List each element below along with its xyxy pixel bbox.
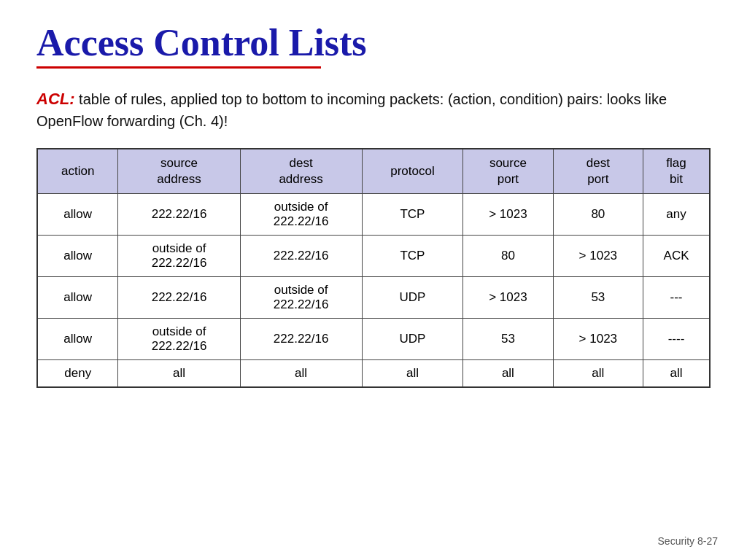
cell-protocol: TCP: [362, 236, 463, 277]
cell-action: allow: [37, 194, 118, 236]
acl-label: ACL:: [36, 90, 75, 108]
table-row: allow outside of222.22/16 222.22/16 UDP …: [37, 319, 710, 360]
page-container: Access Control Lists ACL: table of rules…: [0, 0, 747, 560]
cell-dest-address: outside of222.22/16: [240, 277, 362, 319]
description: ACL: table of rules, applied top to bott…: [36, 88, 711, 132]
cell-protocol: TCP: [362, 194, 463, 236]
cell-source-port: 80: [463, 236, 553, 277]
cell-flag-bit: all: [643, 360, 710, 388]
header-row: action sourceaddress destaddress protoco…: [37, 149, 710, 194]
col-header-dest-address: destaddress: [240, 149, 362, 194]
cell-source-address: outside of222.22/16: [118, 319, 240, 360]
cell-source-port: all: [463, 360, 553, 388]
col-header-flag-bit: flagbit: [643, 149, 710, 194]
cell-dest-address: all: [240, 360, 362, 388]
footer: Security 8-27: [658, 535, 718, 547]
cell-flag-bit: ---: [643, 277, 710, 319]
cell-dest-port: > 1023: [553, 236, 643, 277]
table-row: allow 222.22/16 outside of222.22/16 TCP …: [37, 194, 710, 236]
col-header-dest-port: destport: [553, 149, 643, 194]
cell-source-address: outside of222.22/16: [118, 236, 240, 277]
col-header-source-port: sourceport: [463, 149, 553, 194]
col-header-source-address: sourceaddress: [118, 149, 240, 194]
cell-dest-port: > 1023: [553, 319, 643, 360]
cell-action: deny: [37, 360, 118, 388]
cell-dest-address: 222.22/16: [240, 236, 362, 277]
cell-source-address: 222.22/16: [118, 194, 240, 236]
cell-dest-port: 53: [553, 277, 643, 319]
cell-source-port: 53: [463, 319, 553, 360]
col-header-action: action: [37, 149, 118, 194]
cell-source-port: > 1023: [463, 194, 553, 236]
title-section: Access Control Lists: [36, 22, 711, 82]
table-body: allow 222.22/16 outside of222.22/16 TCP …: [37, 194, 710, 388]
table-row: deny all all all all all all: [37, 360, 710, 388]
cell-flag-bit: ACK: [643, 236, 710, 277]
cell-action: allow: [37, 277, 118, 319]
description-body: table of rules, applied top to bottom to…: [36, 91, 667, 129]
cell-dest-port: all: [553, 360, 643, 388]
cell-protocol: UDP: [362, 277, 463, 319]
table-row: allow 222.22/16 outside of222.22/16 UDP …: [37, 277, 710, 319]
cell-source-port: > 1023: [463, 277, 553, 319]
cell-flag-bit: any: [643, 194, 710, 236]
cell-protocol: UDP: [362, 319, 463, 360]
cell-dest-address: outside of222.22/16: [240, 194, 362, 236]
cell-source-address: 222.22/16: [118, 277, 240, 319]
cell-dest-address: 222.22/16: [240, 319, 362, 360]
cell-source-address: all: [118, 360, 240, 388]
page-title: Access Control Lists: [36, 22, 711, 63]
table-row: allow outside of222.22/16 222.22/16 TCP …: [37, 236, 710, 277]
acl-table: action sourceaddress destaddress protoco…: [36, 148, 711, 388]
cell-dest-port: 80: [553, 194, 643, 236]
cell-action: allow: [37, 319, 118, 360]
title-underline: [36, 66, 321, 69]
cell-action: allow: [37, 236, 118, 277]
cell-protocol: all: [362, 360, 463, 388]
col-header-protocol: protocol: [362, 149, 463, 194]
cell-flag-bit: ----: [643, 319, 710, 360]
table-header: action sourceaddress destaddress protoco…: [37, 149, 710, 194]
